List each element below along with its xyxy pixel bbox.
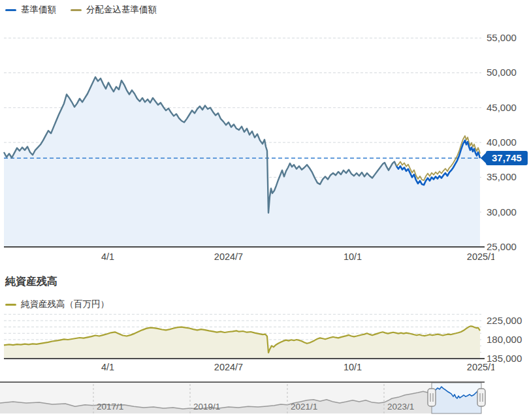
navigator-left-handle[interactable] <box>428 389 436 406</box>
navigator-year-label: 2019/1 <box>193 402 220 412</box>
x-axis-label: 2025/1 <box>452 362 494 372</box>
price-chart-legend: 基準価額 分配金込基準価額 <box>5 4 157 16</box>
net-assets-section-title: 純資産残高 <box>5 275 57 289</box>
blue-dash-icon <box>5 9 16 11</box>
y-axis-label: 180,000 <box>487 334 527 345</box>
legend-label: 基準価額 <box>21 4 56 16</box>
x-axis-label: 10/1 <box>323 251 382 262</box>
navigator-right-handle[interactable] <box>477 389 485 406</box>
x-axis-label: 10/1 <box>323 362 382 372</box>
x-axis-label: 4/1 <box>78 251 137 262</box>
x-axis-label: 2025/1 <box>452 251 494 262</box>
net-assets-plot[interactable] <box>0 294 529 366</box>
y-axis-label: 35,000 <box>487 171 527 182</box>
range-navigator[interactable] <box>0 381 529 414</box>
navigator-year-label: 2017/1 <box>97 402 123 412</box>
y-axis-label: 30,000 <box>487 206 527 218</box>
legend-item-nav-price[interactable]: 基準価額 <box>5 4 56 16</box>
net-assets-x-axis: 4/12024/710/12025/1 <box>0 362 494 374</box>
x-axis-label: 2024/7 <box>199 251 258 262</box>
navigator-year-label: 2023/1 <box>387 402 414 412</box>
y-axis-label: 50,000 <box>487 67 527 78</box>
fund-chart-page: 基準価額 分配金込基準価額 55,00050,00045,00040,00035… <box>0 0 529 420</box>
y-axis-label: 225,000 <box>487 315 527 326</box>
navigator-year-label: 2021/1 <box>291 402 317 412</box>
y-axis-label: 45,000 <box>487 102 527 113</box>
y-axis-label: 40,000 <box>487 137 527 148</box>
legend-label: 分配金込基準価額 <box>86 4 157 16</box>
price-chart-plot[interactable] <box>0 20 529 250</box>
price-chart-x-axis: 4/12024/710/12025/1 <box>0 251 494 263</box>
legend-item-dist-included-price[interactable]: 分配金込基準価額 <box>71 4 157 16</box>
x-axis-label: 4/1 <box>78 362 137 372</box>
current-value-badge: 37,745 <box>486 151 528 165</box>
olive-dash-icon <box>71 9 82 11</box>
y-axis-label: 55,000 <box>487 32 527 43</box>
x-axis-label: 2024/7 <box>199 362 258 372</box>
y-axis-label: 25,000 <box>487 241 527 252</box>
